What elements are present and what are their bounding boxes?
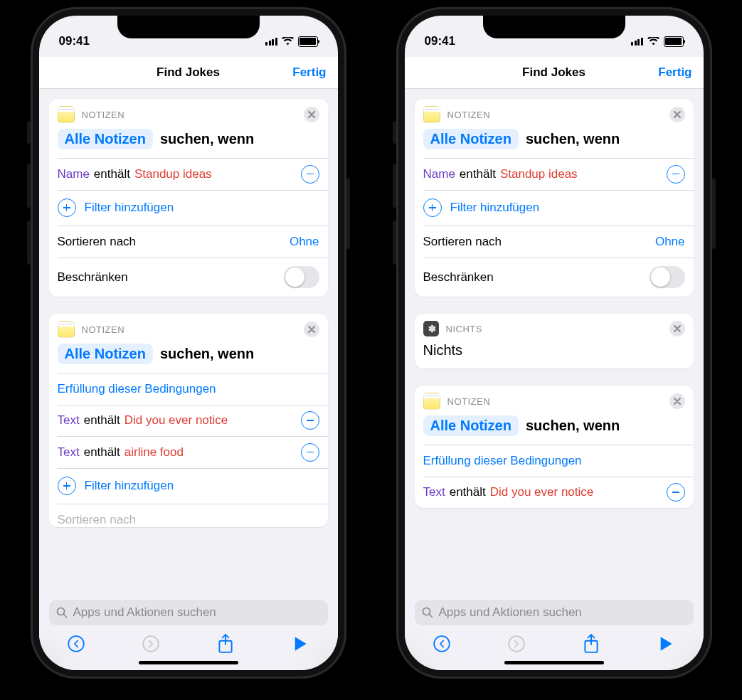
nothing-action-title: Nichts (415, 342, 694, 368)
status-time: 09:41 (425, 34, 455, 48)
add-filter-label: Filter hinzufügen (85, 201, 174, 215)
remove-action-button[interactable] (304, 107, 319, 122)
limit-label: Beschränken (58, 270, 128, 285)
svg-point-8 (509, 636, 524, 652)
filter-value: airline food (124, 445, 184, 460)
undo-button[interactable] (432, 634, 452, 654)
svg-point-2 (68, 636, 84, 652)
share-button[interactable] (216, 634, 235, 654)
filter-row[interactable]: Text enthält airline food (49, 437, 328, 468)
limit-toggle[interactable] (650, 266, 685, 288)
phone-device-left: 09:41 Find Jokes Fertig NOTIZEN Alle Not… (31, 7, 346, 679)
filter-value: Did you ever notice (124, 413, 228, 428)
mute-switch (27, 121, 31, 144)
page-title: Find Jokes (157, 65, 220, 80)
action-card-find-notes-2: NOTIZEN Alle Notizen suchen, wenn Erfüll… (49, 314, 328, 527)
filter-row[interactable]: Text enthält Did you ever notice (49, 405, 328, 436)
sort-by-row[interactable]: Sortieren nach (49, 504, 328, 527)
filter-operator: enthält (450, 485, 486, 499)
filter-field: Name (423, 167, 455, 181)
nav-bar: Find Jokes Fertig (405, 57, 704, 89)
remove-filter-button[interactable] (301, 165, 319, 184)
remove-filter-button[interactable] (667, 483, 685, 502)
filter-operator: enthält (84, 413, 120, 428)
filter-operator: enthält (94, 167, 130, 181)
notes-app-icon (58, 106, 75, 123)
cellular-signal-icon (631, 38, 643, 46)
plus-icon (58, 198, 76, 217)
home-indicator[interactable] (504, 661, 604, 664)
action-app-label: NOTIZEN (82, 110, 125, 120)
filter-value: Standup ideas (134, 167, 212, 181)
svg-point-3 (143, 636, 159, 652)
done-button[interactable]: Fertig (292, 65, 326, 80)
action-card-find-notes-1: NOTIZEN Alle Notizen suchen, wenn Name e… (49, 99, 328, 297)
nav-bar: Find Jokes Fertig (39, 57, 338, 89)
limit-row: Beschränken (415, 258, 694, 297)
sort-by-row[interactable]: Sortieren nach Ohne (49, 226, 328, 258)
battery-icon (664, 36, 684, 47)
sort-by-value: Ohne (290, 235, 319, 249)
remove-action-button[interactable] (669, 321, 685, 336)
remove-action-button[interactable] (669, 107, 685, 122)
done-button[interactable]: Fertig (658, 65, 691, 80)
add-filter-label: Filter hinzufügen (450, 201, 540, 215)
limit-toggle[interactable] (284, 266, 319, 288)
phone-device-right: 09:41 Find Jokes Fertig NOTIZEN Alle Not… (396, 7, 712, 679)
notch (117, 16, 260, 38)
action-verb: suchen, wenn (526, 131, 620, 147)
scope-token[interactable]: Alle Notizen (58, 344, 153, 364)
scope-token[interactable]: Alle Notizen (58, 129, 153, 149)
side-button (346, 178, 350, 249)
redo-button (507, 634, 526, 654)
content-area[interactable]: NOTIZEN Alle Notizen suchen, wenn Name e… (39, 89, 338, 594)
mute-switch (393, 121, 396, 144)
sort-by-value: Ohne (655, 235, 685, 249)
search-placeholder: Apps und Aktionen suchen (73, 605, 216, 620)
action-app-label: NOTIZEN (447, 396, 491, 407)
action-card-nothing: NICHTS Nichts (415, 314, 694, 368)
volume-down-button (393, 221, 396, 265)
add-filter-button[interactable]: Filter hinzufügen (49, 468, 328, 504)
conditions-mode-button[interactable]: Erfüllung dieser Bedingungen (415, 445, 694, 477)
plus-icon (423, 198, 442, 217)
add-filter-button[interactable]: Filter hinzufügen (49, 190, 328, 226)
search-icon (422, 607, 433, 618)
remove-action-button[interactable] (304, 322, 319, 337)
search-input[interactable]: Apps und Aktionen suchen (415, 600, 694, 625)
share-button[interactable] (581, 634, 601, 654)
filter-value: Standup ideas (500, 167, 578, 181)
filter-row[interactable]: Text enthält Did you ever notice (415, 477, 694, 508)
scope-token[interactable]: Alle Notizen (423, 415, 519, 436)
content-area[interactable]: NOTIZEN Alle Notizen suchen, wenn Name e… (405, 89, 704, 594)
sort-by-row[interactable]: Sortieren nach Ohne (415, 226, 694, 258)
redo-button (141, 634, 161, 654)
notes-app-icon (58, 321, 75, 338)
search-input[interactable]: Apps und Aktionen suchen (49, 600, 328, 625)
scope-token[interactable]: Alle Notizen (423, 129, 519, 149)
cellular-signal-icon (265, 38, 277, 46)
action-app-label: NOTIZEN (82, 324, 125, 335)
notes-app-icon (423, 393, 440, 410)
bottom-toolbar: Apps und Aktionen suchen (405, 594, 704, 670)
conditions-mode-button[interactable]: Erfüllung dieser Bedingungen (49, 373, 328, 405)
svg-line-1 (63, 615, 66, 617)
remove-filter-button[interactable] (301, 443, 319, 462)
sort-by-label: Sortieren nach (58, 235, 137, 249)
filter-field: Text (58, 413, 80, 428)
remove-filter-button[interactable] (301, 411, 319, 430)
run-button[interactable] (290, 634, 310, 654)
action-verb: suchen, wenn (160, 346, 254, 362)
remove-filter-button[interactable] (667, 165, 685, 184)
home-indicator[interactable] (139, 661, 238, 664)
filter-row[interactable]: Name enthält Standup ideas (415, 159, 694, 190)
svg-point-7 (434, 636, 450, 652)
filter-row[interactable]: Name enthält Standup ideas (49, 159, 328, 190)
run-button[interactable] (656, 634, 676, 654)
notch (483, 16, 625, 38)
plus-icon (58, 477, 76, 495)
undo-button[interactable] (66, 634, 86, 654)
add-filter-button[interactable]: Filter hinzufügen (415, 190, 694, 226)
side-button (712, 178, 716, 249)
remove-action-button[interactable] (669, 393, 685, 409)
